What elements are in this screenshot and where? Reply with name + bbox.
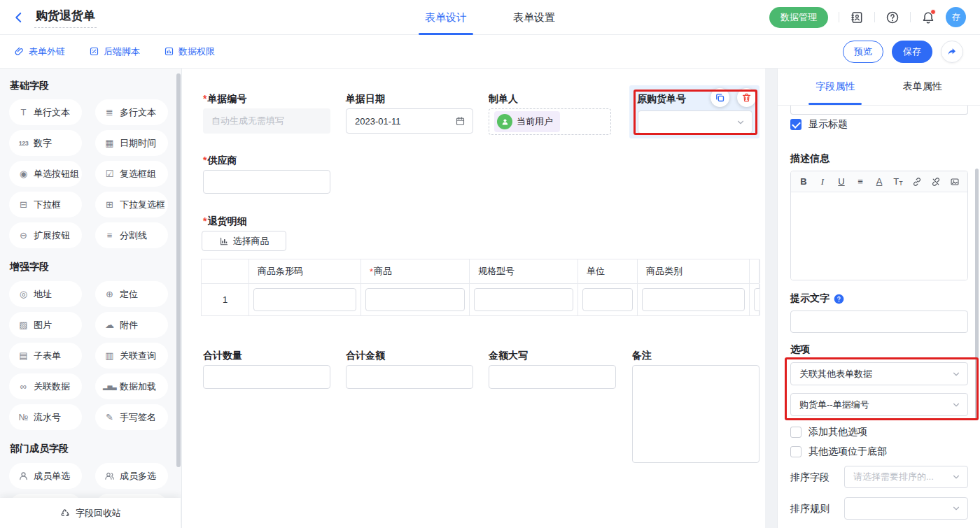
bold-button[interactable]: B: [797, 176, 810, 187]
hint-input[interactable]: [790, 311, 968, 333]
sidebar-scrollbar[interactable]: [176, 73, 181, 467]
col-clipped: [750, 259, 760, 283]
script-icon: [89, 46, 99, 57]
help-icon[interactable]: [886, 10, 899, 24]
permission-icon: [164, 46, 174, 57]
tab-form-design[interactable]: 表单设计: [422, 0, 470, 35]
select-goods-button[interactable]: 选择商品: [202, 231, 286, 251]
title-input-clipped[interactable]: [790, 106, 968, 115]
remark-textarea[interactable]: [632, 365, 760, 463]
data-manage-button[interactable]: 数据管理: [769, 7, 828, 28]
detail-table: 商品条形码 *商品 规格型号 单位 商品类别 1: [201, 259, 760, 316]
align-button[interactable]: ≡: [854, 176, 867, 187]
item-label: 手写签名: [120, 411, 156, 424]
group-title-enhanced: 增强字段: [10, 261, 49, 273]
data-permission-link[interactable]: 数据权限: [164, 45, 215, 58]
supplier-input[interactable]: [203, 170, 330, 194]
sidebar-item-serial-number[interactable]: №流水号: [9, 404, 82, 430]
sidebar-item-related-query[interactable]: ▥关联查询: [95, 343, 168, 369]
spec-input[interactable]: [474, 288, 573, 311]
total-amount-input[interactable]: [346, 365, 473, 389]
sort-rule-select[interactable]: [844, 497, 968, 520]
italic-button[interactable]: I: [816, 176, 829, 187]
address-pin-icon: ◎: [17, 289, 30, 299]
sidebar-item-locate[interactable]: ⊕定位: [95, 281, 168, 307]
sidebar-item-multi-line-text[interactable]: ≣多行文本: [95, 99, 168, 125]
underline-button[interactable]: U: [835, 176, 848, 187]
sidebar-item-checkbox-group[interactable]: ☑复选框组: [95, 161, 168, 187]
amount-words-input[interactable]: [489, 365, 616, 389]
share-button[interactable]: [941, 41, 963, 63]
show-title-checkbox[interactable]: [790, 119, 802, 130]
sidebar-item-divider-line[interactable]: ≡分割线: [95, 222, 168, 248]
tab-field-properties[interactable]: 字段属性: [792, 69, 879, 105]
required-star: *: [370, 266, 373, 277]
backend-script-link[interactable]: 后端脚本: [89, 45, 140, 58]
option-source-value: 关联其他表单数据: [799, 368, 872, 380]
sidebar-item-data-load[interactable]: ▂▅▃数据加载: [95, 373, 168, 399]
link-icon: [912, 177, 922, 187]
sidebar-item-subform[interactable]: ▤子表单: [9, 343, 82, 369]
back-icon[interactable]: [13, 11, 25, 24]
sidebar-item-member-multi[interactable]: 成员多选: [95, 463, 168, 489]
bill-date-input[interactable]: 2023-01-11: [346, 108, 473, 134]
unit-input[interactable]: [582, 288, 633, 311]
other-bottom-checkbox[interactable]: [790, 446, 802, 457]
calendar-icon[interactable]: [455, 116, 465, 127]
sidebar-item-number[interactable]: 123数字: [9, 130, 82, 156]
creator-field[interactable]: 当前用户: [489, 108, 611, 135]
sidebar-item-address[interactable]: ◎地址: [9, 281, 82, 307]
goods-input[interactable]: [365, 288, 465, 311]
group-title-member: 部门成员字段: [10, 443, 69, 455]
user-avatar[interactable]: 存: [946, 7, 966, 27]
sidebar-item-radio-group[interactable]: ◉单选按钮组: [9, 161, 82, 187]
add-other-checkbox[interactable]: [790, 427, 802, 438]
copy-icon: [715, 92, 725, 103]
copy-field-button[interactable]: [710, 88, 729, 107]
total-qty-input[interactable]: [203, 365, 330, 389]
tab-form-settings[interactable]: 表单设置: [510, 0, 558, 35]
sidebar-item-attachment[interactable]: ☁附件: [95, 312, 168, 338]
description-editor-body[interactable]: [791, 192, 967, 280]
font-color-button[interactable]: A: [873, 176, 886, 187]
col-barcode: 商品条形码: [249, 259, 361, 283]
field-recycle-bin[interactable]: 字段回收站: [0, 498, 181, 528]
sidebar-item-single-line-text[interactable]: T单行文本: [9, 99, 82, 125]
sort-field-select[interactable]: 请选择需要排序的...: [844, 466, 968, 488]
font-size-button[interactable]: TT: [892, 176, 904, 187]
clipped-input[interactable]: [754, 288, 760, 311]
insert-image-button[interactable]: [948, 177, 961, 187]
panel-scrollbar[interactable]: [975, 169, 979, 420]
bill-no-input[interactable]: 自动生成无需填写: [203, 108, 330, 134]
tab-form-properties[interactable]: 表单属性: [879, 69, 967, 105]
cell-spec: [470, 284, 578, 315]
option-source-select[interactable]: 关联其他表单数据: [790, 362, 968, 385]
sidebar-item-member-single[interactable]: 成员单选: [9, 463, 82, 489]
sidebar-item-dropdown[interactable]: ⊟下拉框: [9, 192, 82, 217]
insert-link-button[interactable]: [911, 177, 923, 187]
sidebar-item-multi-dropdown[interactable]: ⊞下拉复选框: [95, 192, 168, 217]
divider: [910, 12, 911, 22]
original-order-select[interactable]: [638, 110, 752, 134]
page-title[interactable]: 购货退货单: [34, 6, 97, 28]
option-field-select[interactable]: 购货单--单据编号: [790, 393, 968, 416]
original-order-field-selected[interactable]: 原购货单号: [629, 85, 760, 138]
item-label: 数据加载: [120, 380, 156, 393]
field-actions: [710, 88, 756, 107]
preview-button[interactable]: 预览: [843, 41, 883, 63]
sidebar-item-image[interactable]: ▨图片: [9, 312, 82, 338]
sidebar-item-datetime[interactable]: ▦日期时间: [95, 130, 168, 156]
question-icon[interactable]: [834, 294, 844, 304]
sidebar-item-signature[interactable]: ✎手写签名: [95, 404, 168, 430]
category-input[interactable]: [642, 288, 745, 311]
barcode-input[interactable]: [253, 288, 356, 311]
form-external-link[interactable]: 表单外链: [14, 45, 65, 58]
locate-icon: ⊕: [103, 289, 116, 299]
sidebar-item-extend-button[interactable]: ⊖扩展按钮: [9, 222, 82, 248]
contact-book-icon[interactable]: [850, 10, 864, 24]
delete-field-button[interactable]: [737, 88, 756, 107]
save-button[interactable]: 保存: [892, 41, 932, 63]
sidebar-item-related-data[interactable]: ∞关联数据: [9, 373, 82, 399]
remove-link-button[interactable]: [930, 177, 942, 187]
notification-bell-icon[interactable]: [921, 10, 935, 24]
